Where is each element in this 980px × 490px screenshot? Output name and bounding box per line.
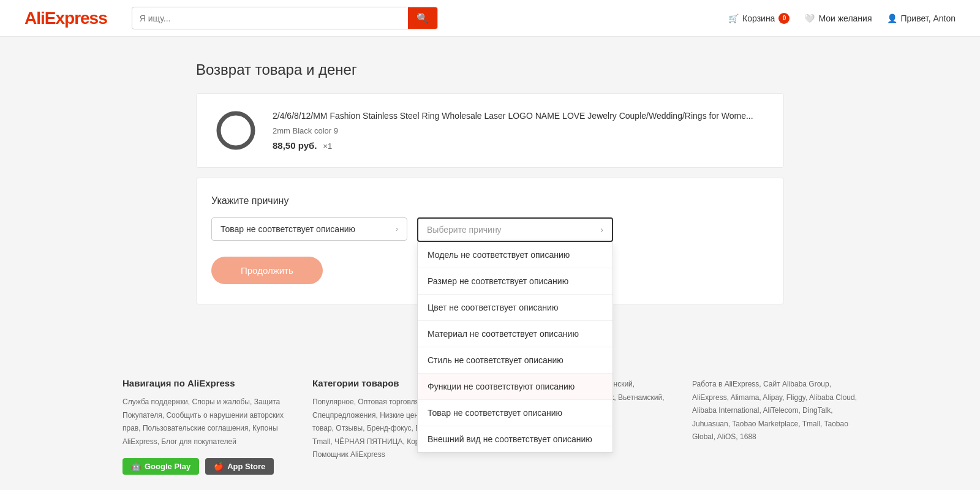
chevron-right-icon-sub: › xyxy=(600,225,603,235)
sub-reason-trigger[interactable]: Выберите причину › xyxy=(417,217,613,242)
sub-reason-item[interactable]: Внешний вид не соответствует описанию xyxy=(418,426,612,452)
page-title: Возврат товара и денег xyxy=(196,61,784,78)
heart-icon: 🤍 xyxy=(804,13,815,23)
header: AliExpress 🔍 🛒 Корзина 0 🤍 Мои желания 👤… xyxy=(0,0,980,37)
sub-reason-item[interactable]: Товар не соответствует описанию xyxy=(418,400,612,426)
search-bar[interactable]: 🔍 xyxy=(132,7,438,29)
sub-reason-item[interactable]: Материал не соответствует описанию xyxy=(418,321,612,347)
product-variant: 2mm Black color 9 xyxy=(273,126,769,135)
wishlist-action[interactable]: 🤍 Мои желания xyxy=(804,13,872,23)
sub-reason-dropdown-container: Выберите причину › Модель не соответству… xyxy=(417,217,613,242)
dropdowns-row: Товар не соответствует описанию › Выбери… xyxy=(211,217,769,242)
main-content: Возврат товара и денег 2mm 2/4/6/8/12/MM… xyxy=(184,37,796,329)
google-play-button[interactable]: 🤖 Google Play xyxy=(123,458,199,475)
reason-card: Укажите причину Товар не соответствует о… xyxy=(196,178,784,304)
product-card: 2mm 2/4/6/8/12/MM Fashion Stainless Stee… xyxy=(196,93,784,168)
sub-reason-list: Модель не соответствует описаниюРазмер н… xyxy=(417,242,613,453)
product-thumbnail: 2mm xyxy=(214,109,257,152)
cart-label: Корзина xyxy=(742,13,775,23)
footer-nav-title: Навигация по AliExpress xyxy=(123,378,288,388)
app-store-button[interactable]: 🍎 App Store xyxy=(205,458,274,475)
product-price: 88,50 руб. xyxy=(273,140,317,151)
chevron-right-icon: › xyxy=(396,225,398,233)
product-price-row: 88,50 руб. ×1 xyxy=(273,140,769,151)
footer-nav-text: Служба поддержки, Споры и жалобы, Защита… xyxy=(123,396,288,448)
product-title: 2/4/6/8/12/MM Fashion Stainless Steel Ri… xyxy=(273,110,769,123)
wishlist-label: Мои желания xyxy=(818,13,872,23)
app-buttons: 🤖 Google Play 🍎 App Store xyxy=(123,458,288,475)
user-icon: 👤 xyxy=(887,13,897,23)
footer-nav: Навигация по AliExpress Служба поддержки… xyxy=(123,378,288,475)
google-play-label: Google Play xyxy=(145,462,190,471)
svg-point-0 xyxy=(219,113,253,148)
sub-reason-item[interactable]: Цвет не соответствует описанию xyxy=(418,295,612,321)
sub-reason-placeholder: Выберите причину xyxy=(427,225,502,235)
svg-text:2mm: 2mm xyxy=(230,144,241,149)
product-qty: ×1 xyxy=(323,141,332,151)
sub-reason-item[interactable]: Функции не соответствуют описанию xyxy=(418,374,612,400)
logo: AliExpress xyxy=(24,9,107,28)
search-input[interactable] xyxy=(132,9,408,28)
android-icon: 🤖 xyxy=(131,462,141,471)
main-reason-selected: Товар не соответствует описанию xyxy=(221,224,355,234)
cart-icon: 🛒 xyxy=(728,13,739,23)
footer-partners-text: Работа в AliExpress, Сайт Alibaba Group,… xyxy=(692,378,858,444)
main-reason-dropdown[interactable]: Товар не соответствует описанию › xyxy=(211,217,407,241)
reason-section-label: Укажите причину xyxy=(211,195,769,206)
search-icon: 🔍 xyxy=(417,12,429,24)
user-greeting: Привет, Anton xyxy=(901,13,956,23)
header-actions: 🛒 Корзина 0 🤍 Мои желания 👤 Привет, Anto… xyxy=(728,13,956,24)
sub-reason-item[interactable]: Стиль не соответствует описанию xyxy=(418,347,612,374)
apple-icon: 🍎 xyxy=(214,462,224,471)
continue-button[interactable]: Продолжить xyxy=(211,257,323,284)
sub-reason-item[interactable]: Модель не соответствует описанию xyxy=(418,242,612,268)
app-store-label: App Store xyxy=(227,462,265,471)
sub-reason-item[interactable]: Размер не соответствует описанию xyxy=(418,268,612,295)
product-info: 2/4/6/8/12/MM Fashion Stainless Steel Ri… xyxy=(273,110,769,151)
user-action[interactable]: 👤 Привет, Anton xyxy=(887,13,956,23)
cart-action[interactable]: 🛒 Корзина 0 xyxy=(728,13,790,24)
search-button[interactable]: 🔍 xyxy=(408,7,437,29)
footer-partners: Работа в AliExpress, Сайт Alibaba Group,… xyxy=(692,378,858,475)
cart-badge: 0 xyxy=(778,13,790,24)
product-image: 2mm xyxy=(211,106,260,155)
